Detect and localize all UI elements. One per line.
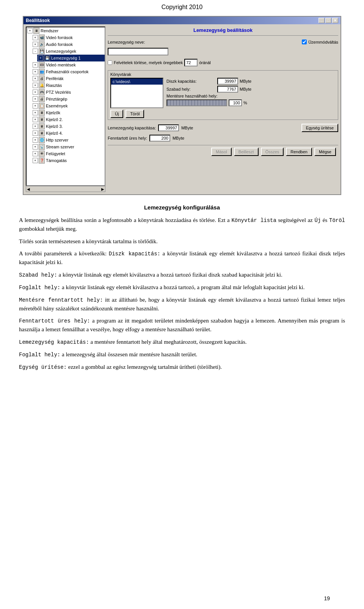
expander-felhasznaloi-csoportok[interactable]: + xyxy=(33,69,38,74)
tree-item-felugyelet[interactable]: + 👁 Felügyelet xyxy=(32,150,105,157)
expander-lemezegysegek[interactable]: - xyxy=(33,49,38,54)
paragraph-10: Egység ürítése: ezzel a gombbal az egész… xyxy=(19,363,345,371)
icon-http-szerver: 🌐 xyxy=(39,137,45,143)
expander-lemezegyseg1[interactable]: + xyxy=(38,55,43,61)
expander-ptz-vezerles[interactable]: + xyxy=(33,90,38,95)
tree-label-kijelzo2: Kijelző 2. xyxy=(46,117,63,122)
expander-esemenyek[interactable]: + xyxy=(33,103,38,109)
library-list-item[interactable]: c:\videos\ xyxy=(111,79,163,85)
tree-item-penztargep[interactable]: + 🖨 Pénztárgép xyxy=(32,96,105,102)
icon-felhasznaloi-csoportok: 👥 xyxy=(39,69,45,75)
delete-hours-unit: óránál xyxy=(199,60,211,65)
tree-label-kijelzo3: Kijelző 3. xyxy=(46,124,63,129)
tree-item-ptz-vezerles[interactable]: + 🎮 PTZ Vezérlés xyxy=(32,89,105,96)
maximize-button[interactable]: □ xyxy=(325,18,331,23)
reserved-label: Mentésre használható hely: xyxy=(166,94,218,98)
tree-label-lemezegysegek: Lemezegységek xyxy=(46,49,76,54)
free-space-value: 7767 xyxy=(217,86,238,93)
tree-item-stream-szerver[interactable]: + 📡 Stream szerver xyxy=(32,143,105,150)
expander-penztargep[interactable]: + xyxy=(33,96,38,102)
tree-item-audio-forrasok[interactable]: + 🔊 Audió források xyxy=(32,41,105,48)
tree-item-kijelzo3[interactable]: + 🖥 Kijelző 3. xyxy=(32,123,105,130)
tree-item-video-mentesek[interactable]: + 📼 Videó mentések xyxy=(32,61,105,68)
library-buttons: Új Töröl xyxy=(110,110,336,118)
right-panel: Lemezegység beállítások Lemezegység neve… xyxy=(108,27,338,192)
minimize-button[interactable]: _ xyxy=(318,18,325,23)
new-library-button[interactable]: Új xyxy=(110,110,123,118)
drive-capacity-unit: MByte xyxy=(181,126,193,130)
icon-periferiak: 🖨 xyxy=(39,76,45,82)
icon-kijelzok: 🖥 xyxy=(39,110,45,116)
tree-label-penztargep: Pénztárgép xyxy=(46,97,67,101)
library-info-panel: Diszk kapacitás: 39997 MByte Szabad hely… xyxy=(166,78,251,108)
delete-old-checkbox[interactable] xyxy=(108,60,112,65)
expander-kijelzo4[interactable]: + xyxy=(33,131,38,136)
reserved-slider[interactable] xyxy=(166,99,227,106)
mono-mentesre-fenntartott: Mentésre fenntartott hely: xyxy=(19,297,103,303)
mono-foglalt-hely: Foglalt hely: xyxy=(19,285,60,291)
expander-rendszer[interactable]: + xyxy=(27,28,33,33)
drive-capacity-row: Lemezegység kapacitása: 39997 MByte Egys… xyxy=(108,124,338,132)
expander-audio-forrasok[interactable]: + xyxy=(33,42,38,47)
tree-item-kijelzo4[interactable]: + 🖥 Kijelző 4. xyxy=(32,130,105,137)
tree-item-video-forrasok[interactable]: + 📹 Videó források xyxy=(32,34,105,41)
clear-unit-button[interactable]: Egység ürítése xyxy=(301,124,338,132)
tree-label-tamogatas: Támogatás xyxy=(46,158,67,163)
tree-item-periferiak[interactable]: + 🖨 Perifériák xyxy=(32,75,105,82)
tree-item-http-szerver[interactable]: + 🌐 Http szerver xyxy=(32,137,105,143)
tree-item-lemezegysegek[interactable]: - 💾 Lemezegységek xyxy=(32,48,105,55)
libraries-inner: c:\videos\ Diszk kapacitás: 39997 MByte xyxy=(110,78,336,108)
tree-item-tamogatas[interactable]: + ❓ Támogatás xyxy=(32,157,105,164)
expander-kijelzo3[interactable]: + xyxy=(33,124,38,129)
expander-kijelzo2[interactable]: + xyxy=(33,117,38,122)
expander-felugyelet[interactable]: + xyxy=(33,151,38,156)
expander-video-forrasok[interactable]: + xyxy=(33,35,38,40)
expander-riasztas[interactable]: + xyxy=(33,83,38,88)
drive-name-input[interactable]: Lemezegység 1 xyxy=(108,48,168,55)
free-space-row: Szabad hely: 7767 MByte xyxy=(166,86,251,93)
expander-http-szerver[interactable]: + xyxy=(33,137,38,143)
expander-kijelzok[interactable]: + xyxy=(33,110,38,115)
icon-kijelzo3: 🖥 xyxy=(39,123,45,129)
icon-lemezegysegek: 💾 xyxy=(39,48,45,54)
uzemmod-checkbox[interactable] xyxy=(302,39,307,44)
delete-library-button[interactable]: Töröl xyxy=(126,110,144,118)
close-button[interactable]: ✕ xyxy=(332,18,338,23)
tree-label-rendszer: Rendszer xyxy=(41,28,58,33)
tree-label-kijelzo4: Kijelző 4. xyxy=(46,131,63,135)
section-title: Lemezegység konfigurálása xyxy=(19,204,345,211)
slider-value[interactable]: 100 xyxy=(229,99,242,106)
icon-video-mentesek: 📼 xyxy=(39,62,45,68)
tree-label-esemenyek: Események xyxy=(46,104,67,108)
icon-stream-szerver: 📡 xyxy=(39,144,45,150)
disk-capacity-label: Diszk kapacitás: xyxy=(166,79,216,83)
tree-item-esemenyek[interactable]: + 📋 Események xyxy=(32,102,105,109)
tree-hscrollbar[interactable]: ◀ ▶ xyxy=(26,186,105,192)
slider-unit: % xyxy=(243,101,247,105)
expander-periferiak[interactable]: + xyxy=(33,76,38,81)
free-space-unit: MByte xyxy=(240,87,251,91)
expander-video-mentesek[interactable]: + xyxy=(33,62,38,68)
tree-item-riasztas[interactable]: + 🔔 Riasztás xyxy=(32,82,105,89)
tree-item-kijelzok[interactable]: + 🖥 Kijelzők xyxy=(32,109,105,116)
paragraph-2: Törlés során természetesen a könyvtárak … xyxy=(19,237,345,246)
ok-button[interactable]: Rendben xyxy=(286,148,312,156)
cancel-button[interactable]: Mégse xyxy=(314,148,336,156)
tree-label-ptz-vezerles: PTZ Vezérlés xyxy=(46,90,71,94)
page-number: 19 xyxy=(324,595,330,601)
delete-hours-input[interactable] xyxy=(184,59,198,66)
expander-tamogatas[interactable]: + xyxy=(33,158,38,163)
icon-felugyelet: 👁 xyxy=(39,151,45,157)
tree-item-kijelzo2[interactable]: + 🖥 Kijelző 2. xyxy=(32,116,105,123)
library-list[interactable]: c:\videos\ xyxy=(110,78,163,108)
expander-stream-szerver[interactable]: + xyxy=(33,144,38,149)
paragraph-8: Lemezegység kapacitás: a mentésre fennta… xyxy=(19,338,345,346)
insert-button[interactable]: Beilleszt xyxy=(234,148,259,156)
drive-name-label: Lemezegység neve: xyxy=(108,40,145,44)
copy-button[interactable]: Másol xyxy=(211,148,231,156)
tree-item-rendszer[interactable]: + 🖥 Rendszer xyxy=(27,27,105,34)
all-button[interactable]: Összes xyxy=(261,148,284,156)
tree-item-felhasznaloi-csoportok[interactable]: + 👥 Felhasználói csoportok xyxy=(32,68,105,75)
mono-lemezegyseg-kapacitas: Lemezegység kapacitás: xyxy=(19,339,89,345)
tree-item-lemezegyseg1[interactable]: + 💾 Lemezegység 1 xyxy=(37,55,105,61)
